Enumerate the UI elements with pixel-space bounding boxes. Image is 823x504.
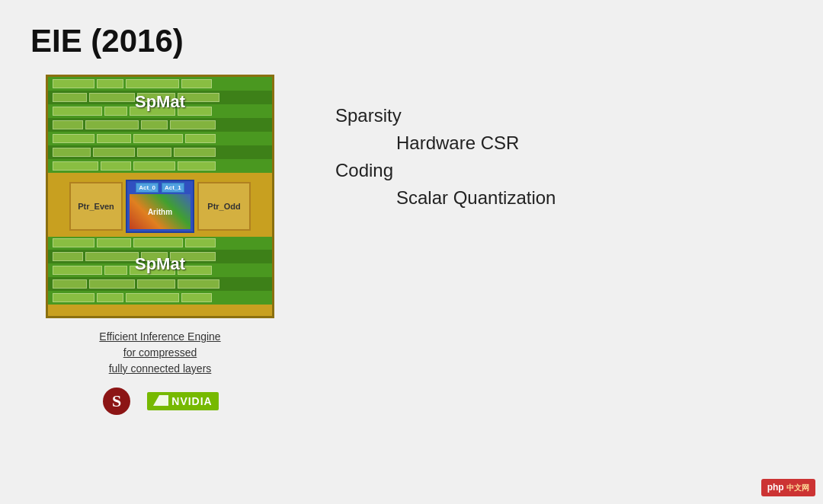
chip-bottom-rows [48,236,272,316]
chip-row [48,236,272,250]
chip-caption: Efficient Inference Engine for compresse… [99,329,220,377]
badge-main: php [767,482,784,493]
ptr-odd-block: Ptr_Odd [197,182,251,231]
chip-row [48,77,272,91]
slide: EIE (2016) [0,0,823,504]
logos-area: S NVIDIA [101,386,218,416]
slide-title: EIE (2016) [30,23,793,59]
act1-label: Act_1 [162,183,184,193]
caption-line1: Efficient Inference Engine [99,329,220,345]
act-labels: Act_0 Act_1 [136,183,184,193]
spmat-bottom-label: SpMat [135,254,185,274]
feature-list: Sparsity Hardware CSR Coding Scalar Quan… [335,105,793,209]
chip-row [48,132,272,145]
chip-row [48,291,272,305]
ptr-even-block: Ptr_Even [69,182,123,231]
feature-scalar-quantization: Scalar Quantization [335,187,793,209]
right-column: Sparsity Hardware CSR Coding Scalar Quan… [335,75,793,209]
svg-text:S: S [112,391,121,410]
feature-sparsity: Sparsity [335,105,793,126]
nvidia-logo: NVIDIA [147,392,218,410]
arithm-block: Act_0 Act_1 Arithm [126,180,194,233]
stanford-logo: S [101,386,132,416]
badge-sub: 中文网 [786,483,809,492]
caption-line2: for compressed [99,345,220,361]
nvidia-text: NVIDIA [171,395,212,407]
caption-line3: fully connected layers [99,361,220,377]
left-column: SpMat Ptr_Even Act_0 Act_1 Arithm [30,75,290,416]
nvidia-icon [153,395,168,407]
chip-row [48,277,272,291]
chip-row [48,159,272,173]
chip-middle: Ptr_Even Act_0 Act_1 Arithm Ptr_Odd [48,176,272,237]
content-area: SpMat Ptr_Even Act_0 Act_1 Arithm [30,75,793,416]
chip-diagram: SpMat Ptr_Even Act_0 Act_1 Arithm [46,75,274,318]
spmat-top-label: SpMat [135,92,185,112]
feature-hardware-csr: Hardware CSR [335,132,793,154]
svg-marker-2 [153,395,168,406]
chip-row [48,145,272,159]
act0-label: Act_0 [136,183,159,193]
bottom-badge: php 中文网 [761,479,815,496]
feature-coding: Coding [335,160,793,181]
chip-row [48,118,272,132]
arithm-inner: Arithm [130,194,191,229]
